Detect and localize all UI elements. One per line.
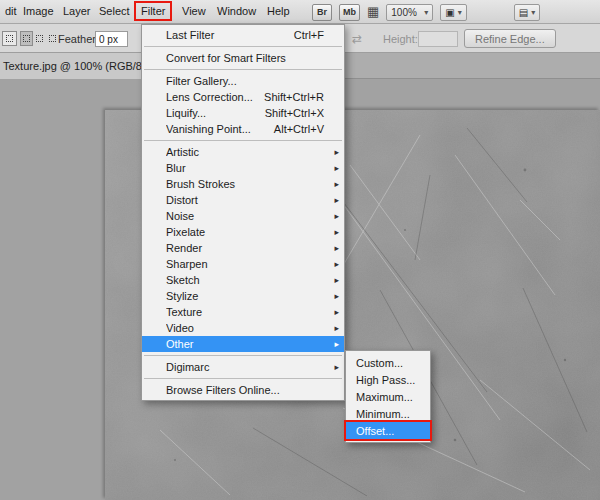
- menu-item-custom[interactable]: Custom...: [346, 354, 430, 371]
- zoom-level-dropdown[interactable]: 100% ▾: [386, 4, 433, 21]
- menu-item-label: Brush Strokes: [166, 178, 338, 190]
- menu-item-label: Vanishing Point...: [166, 123, 274, 135]
- menubar-item-help[interactable]: Help: [262, 1, 295, 22]
- menu-item-label: Blur: [166, 162, 338, 174]
- subtract-from-selection-icon: [49, 35, 56, 42]
- menu-item-maximum[interactable]: Maximum...: [346, 388, 430, 405]
- arrange-documents-dropdown[interactable]: ▣ ▾: [440, 4, 466, 21]
- menu-item-digimarc[interactable]: Digimarc▸: [142, 359, 344, 375]
- screen-mode-icon: ▤: [519, 7, 528, 18]
- launch-mini-bridge-button[interactable]: Mb: [339, 4, 360, 21]
- menu-item-blur[interactable]: Blur▸: [142, 160, 344, 176]
- height-label: Height:: [383, 33, 418, 45]
- menu-item-label: Browse Filters Online...: [166, 384, 338, 396]
- submenu-arrow-icon: ▸: [334, 224, 339, 240]
- chevron-down-icon: ▾: [531, 8, 535, 17]
- zoom-level-value: 100%: [391, 7, 417, 18]
- menu-item-noise[interactable]: Noise▸: [142, 208, 344, 224]
- menu-separator: [144, 140, 342, 141]
- feather-input[interactable]: [95, 31, 128, 47]
- menu-item-stylize[interactable]: Stylize▸: [142, 288, 344, 304]
- menu-item-label: Lens Correction...: [166, 91, 264, 103]
- submenu-arrow-icon: ▸: [334, 256, 339, 272]
- menu-item-label: Other: [166, 338, 338, 350]
- menu-item-label: Offset...: [356, 425, 424, 437]
- submenu-arrow-icon: ▸: [334, 320, 339, 336]
- menu-item-texture[interactable]: Texture▸: [142, 304, 344, 320]
- menubar-item-image[interactable]: Image: [18, 1, 59, 22]
- feather-label: Feather:: [58, 33, 99, 45]
- menu-item-label: Sharpen: [166, 258, 338, 270]
- menu-item-lens-correction[interactable]: Lens Correction...Shift+Ctrl+R: [142, 89, 344, 105]
- menu-item-label: Filter Gallery...: [166, 75, 338, 87]
- menu-item-offset[interactable]: Offset...: [346, 422, 430, 439]
- menu-item-sharpen[interactable]: Sharpen▸: [142, 256, 344, 272]
- height-input: [418, 31, 458, 47]
- menu-item-label: Pixelate: [166, 226, 338, 238]
- arrange-documents-icon: ▣: [445, 7, 454, 18]
- submenu-arrow-icon: ▸: [334, 336, 339, 352]
- screen-mode-dropdown[interactable]: ▤ ▾: [514, 4, 540, 21]
- menu-item-shortcut: Ctrl+F: [294, 29, 338, 41]
- menu-item-convert-for-smart-filters[interactable]: Convert for Smart Filters: [142, 50, 344, 66]
- menu-separator: [144, 46, 342, 47]
- add-to-selection-button[interactable]: [33, 31, 46, 46]
- submenu-arrow-icon: ▸: [334, 272, 339, 288]
- menu-separator: [144, 355, 342, 356]
- menu-separator: [144, 378, 342, 379]
- menu-item-render[interactable]: Render▸: [142, 240, 344, 256]
- menu-item-label: Sketch: [166, 274, 338, 286]
- view-extras-icon[interactable]: ▦: [367, 4, 379, 20]
- menubar-item-filter[interactable]: Filter: [134, 1, 172, 21]
- swap-width-height-icon[interactable]: ⇄: [352, 32, 362, 46]
- menu-item-artistic[interactable]: Artistic▸: [142, 144, 344, 160]
- add-to-selection-icon: [36, 35, 43, 42]
- menu-item-video[interactable]: Video▸: [142, 320, 344, 336]
- menu-item-label: Video: [166, 322, 338, 334]
- menu-item-last-filter[interactable]: Last FilterCtrl+F: [142, 27, 344, 43]
- submenu-arrow-icon: ▸: [334, 160, 339, 176]
- menubar-item-select[interactable]: Select: [94, 1, 135, 22]
- menu-bar: ditImageLayerSelectFilterViewWindowHelp …: [0, 0, 600, 24]
- menu-item-label: Convert for Smart Filters: [166, 52, 338, 64]
- chevron-down-icon: ▾: [458, 8, 462, 17]
- menu-item-label: Maximum...: [356, 391, 424, 403]
- menu-item-brush-strokes[interactable]: Brush Strokes▸: [142, 176, 344, 192]
- menu-item-label: Liquify...: [166, 107, 265, 119]
- menu-item-other[interactable]: Other▸: [142, 336, 344, 352]
- menu-item-vanishing-point[interactable]: Vanishing Point...Alt+Ctrl+V: [142, 121, 344, 137]
- menu-item-filter-gallery[interactable]: Filter Gallery...: [142, 73, 344, 89]
- menu-item-label: Last Filter: [166, 29, 294, 41]
- menubar-item-window[interactable]: Window: [212, 1, 261, 22]
- new-selection-button[interactable]: [20, 31, 33, 46]
- menu-separator: [144, 69, 342, 70]
- application-bar: Br Mb ▦ 100% ▾ ▣ ▾ ▤ ▾: [312, 3, 540, 21]
- menu-item-label: Distort: [166, 194, 338, 206]
- menu-item-shortcut: Shift+Ctrl+R: [264, 91, 338, 103]
- menu-item-label: Noise: [166, 210, 338, 222]
- chevron-down-icon: ▾: [424, 8, 428, 17]
- menu-item-distort[interactable]: Distort▸: [142, 192, 344, 208]
- menu-item-label: Minimum...: [356, 408, 424, 420]
- tool-preset-picker[interactable]: [2, 31, 17, 46]
- menu-item-label: Artistic: [166, 146, 338, 158]
- menu-item-high-pass[interactable]: High Pass...: [346, 371, 430, 388]
- marquee-tool-icon: [6, 35, 13, 42]
- submenu-arrow-icon: ▸: [334, 288, 339, 304]
- menu-item-pixelate[interactable]: Pixelate▸: [142, 224, 344, 240]
- menu-item-minimum[interactable]: Minimum...: [346, 405, 430, 422]
- menu-item-liquify[interactable]: Liquify...Shift+Ctrl+X: [142, 105, 344, 121]
- menubar-item-view[interactable]: View: [177, 1, 211, 22]
- refine-edge-button[interactable]: Refine Edge...: [464, 29, 556, 48]
- submenu-arrow-icon: ▸: [334, 176, 339, 192]
- menu-item-shortcut: Shift+Ctrl+X: [265, 107, 338, 119]
- submenu-arrow-icon: ▸: [334, 304, 339, 320]
- menu-item-label: Texture: [166, 306, 338, 318]
- menu-item-browse-filters-online[interactable]: Browse Filters Online...: [142, 382, 344, 398]
- menu-item-label: Stylize: [166, 290, 338, 302]
- menubar-item-layer[interactable]: Layer: [58, 1, 96, 22]
- menu-item-label: Render: [166, 242, 338, 254]
- menu-item-label: Custom...: [356, 357, 424, 369]
- menu-item-sketch[interactable]: Sketch▸: [142, 272, 344, 288]
- launch-bridge-button[interactable]: Br: [312, 4, 332, 21]
